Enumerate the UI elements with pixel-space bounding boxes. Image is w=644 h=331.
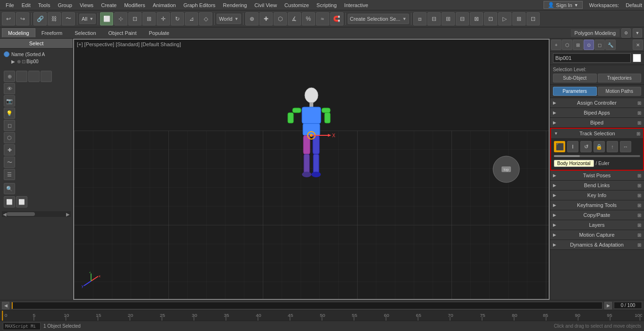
tool-zoom[interactable]: 🔍 (4, 183, 15, 194)
render-button[interactable]: ▷ (498, 12, 511, 25)
select-center-button[interactable]: ✚ (259, 12, 273, 25)
tool-spacewarp[interactable]: 〜 (4, 157, 15, 168)
track-icon-body[interactable]: ⬛ (554, 141, 565, 152)
rp-icon-motion[interactable]: ⊙ (584, 40, 594, 50)
section-dynamics-header[interactable]: ▶ Dynamics & Adaptation ⊞ (550, 240, 644, 249)
render-frame-button[interactable]: ⊞ (512, 12, 526, 25)
tabs-expand-button[interactable]: ▼ (633, 28, 642, 38)
track-icon-lock[interactable]: 🔒 (594, 141, 605, 152)
section-twist-poses-header[interactable]: ▶ Twist Poses ⊞ (550, 171, 644, 180)
select-region-button[interactable]: ⊹ (114, 12, 127, 25)
spinner-snap-button[interactable]: ≈ (316, 12, 329, 25)
tab-object-paint[interactable]: Object Paint (102, 28, 143, 37)
menu-interactive[interactable]: Interactive (341, 1, 372, 9)
section-motion-capture-header[interactable]: ▶ Motion Capture ⊞ (550, 230, 644, 240)
magnet-button[interactable]: 🧲 (330, 12, 343, 25)
menu-group[interactable]: Group (54, 1, 76, 9)
track-icon-up[interactable]: ↑ (607, 141, 618, 152)
menu-modifiers[interactable]: Modifiers (120, 1, 149, 9)
motion-paths-button[interactable]: Motion Paths (598, 87, 642, 96)
rp-icon-utils[interactable]: 🔧 (605, 40, 616, 50)
select-object-button[interactable]: ⬜ (100, 12, 113, 25)
rp-icon-select[interactable]: ⬡ (562, 40, 572, 50)
section-copy-paste-header[interactable]: ▶ Copy/Paste ⊞ (550, 210, 644, 220)
timeline-right-btn[interactable]: ▶ (604, 302, 612, 309)
tab-populate[interactable]: Populate (142, 28, 175, 37)
tab-selection[interactable]: Selection (68, 28, 102, 37)
scrollbar-thumb[interactable] (7, 212, 35, 216)
tool-extra2[interactable]: ⬜ (16, 196, 27, 207)
viewport[interactable]: [+] [Perspective] [Standard] [Default Sh… (73, 39, 550, 300)
mirror-button[interactable]: ⧈ (413, 12, 427, 25)
track-icon-rotate[interactable]: ↺ (580, 141, 592, 152)
left-scrollbar[interactable]: ◀ ▶ (2, 211, 71, 217)
tool-select-filter[interactable]: ⊕ (4, 71, 15, 82)
section-biped-apps-header[interactable]: ▶ Biped Apps ⊞ (550, 108, 644, 117)
trajectories-button[interactable]: Trajectories (598, 74, 642, 83)
unlink-button[interactable]: ⛓ (48, 12, 61, 25)
track-slider[interactable] (554, 155, 640, 157)
timeline-ruler[interactable]: 0 5 10 15 20 25 30 35 40 45 50 55 60 (0, 311, 644, 321)
section-track-selection-header[interactable]: ▼ Track Selection ⊞ (551, 129, 643, 138)
menu-civil-view[interactable]: Civil View (251, 1, 280, 9)
color-box[interactable] (633, 54, 641, 62)
tool-none2[interactable] (28, 71, 40, 82)
select-link-button[interactable]: 🔗 (33, 12, 47, 25)
undo-button[interactable]: ↩ (2, 12, 15, 25)
select-crossing-button[interactable]: ⊞ (142, 12, 156, 25)
section-assign-controller-header[interactable]: ▶ Assign Controller ⊞ (550, 98, 644, 108)
maxscript-field[interactable]: MAXScript Mi (3, 323, 41, 330)
name-input[interactable] (553, 53, 631, 63)
use-selection-button[interactable]: ⬡ (274, 12, 287, 25)
menu-animation[interactable]: Animation (149, 1, 180, 9)
menu-tools[interactable]: Tools (34, 1, 54, 9)
track-icon-horiz[interactable]: ↔ (620, 141, 631, 152)
list-sub-item[interactable]: ▶ ⊕ ⊡ Bip00 (2, 58, 71, 65)
section-biped-header[interactable]: ▶ Biped ⊞ (550, 118, 644, 127)
tool-shape[interactable]: ◻ (4, 120, 15, 131)
parameters-button[interactable]: Parameters (553, 87, 597, 96)
tool-none[interactable] (16, 71, 27, 82)
rotate-button[interactable]: ↻ (171, 12, 184, 25)
material-editor-button[interactable]: ⊠ (470, 12, 483, 25)
rp-icon-hierarchy[interactable]: ⊞ (573, 40, 583, 50)
align-button[interactable]: ⊟ (427, 12, 441, 25)
sign-in-button[interactable]: 👤 Sign In ▼ (544, 1, 583, 9)
track-icon-i[interactable]: I (567, 141, 578, 152)
menu-scripting[interactable]: Scripting (313, 1, 341, 9)
tool-light[interactable]: 💡 (4, 108, 15, 119)
bind-space-warp-button[interactable]: 〜 (62, 12, 75, 25)
scroll-left[interactable]: ◀ (3, 212, 7, 217)
menu-rendering[interactable]: Rendering (219, 1, 251, 9)
tool-camera[interactable]: 📷 (4, 95, 15, 107)
viewport-gizmo[interactable]: top (492, 155, 520, 183)
tabs-settings-button[interactable]: ⚙ (621, 28, 631, 38)
section-layers-header[interactable]: ▶ Layers ⊞ (550, 220, 644, 230)
create-selection-dropdown[interactable]: Create Selection Se...▼ (348, 14, 409, 24)
tool-extra1[interactable]: ⬜ (4, 196, 15, 207)
layer-manager-button[interactable]: ⊞ (442, 12, 455, 25)
rp-icon-display[interactable]: ◻ (594, 40, 605, 50)
graph-editors-button[interactable]: ⊟ (456, 12, 469, 25)
rp-icon-plus[interactable]: + (551, 40, 561, 50)
tab-freeform[interactable]: Freeform (35, 28, 69, 37)
redo-button[interactable]: ↪ (16, 12, 29, 25)
timeline-track[interactable] (11, 302, 602, 309)
tool-view[interactable]: 👁 (4, 83, 15, 94)
render-setup-button[interactable]: ⊡ (484, 12, 497, 25)
section-bend-links-header[interactable]: ▶ Bend Links ⊞ (550, 181, 644, 190)
section-key-info-header[interactable]: ▶ Key Info ⊞ (550, 190, 644, 200)
menu-customize[interactable]: Customize (281, 1, 313, 9)
tab-modeling[interactable]: Modeling (2, 28, 35, 37)
pivot-button[interactable]: ⊕ (245, 12, 259, 25)
list-item-name[interactable]: Name (Sorted A (2, 50, 71, 58)
menu-views[interactable]: Views (76, 1, 97, 9)
section-keyframing-tools-header[interactable]: ▶ Keyframing Tools ⊞ (550, 200, 644, 210)
menu-create[interactable]: Create (97, 1, 120, 9)
menu-graph-editors[interactable]: Graph Editors (180, 1, 219, 9)
render-last-button[interactable]: ⊡ (527, 12, 540, 25)
selection-filter-dropdown[interactable]: All▼ (79, 14, 96, 24)
tool-none3[interactable] (41, 71, 52, 82)
move-button[interactable]: ✛ (157, 12, 170, 25)
menu-file[interactable]: File (2, 1, 18, 9)
